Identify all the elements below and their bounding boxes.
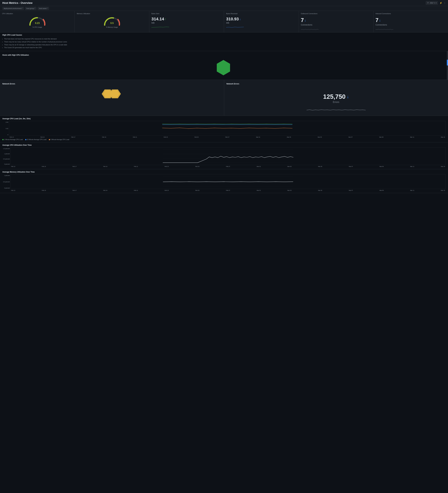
network-section: Network Errors Network Errors 125,750 ↓ … xyxy=(0,80,448,116)
legend-5min: 5 Minute Average CPU Load xyxy=(49,139,69,140)
avg-cpu-util-title: Average CPU Utilization Over Time xyxy=(2,144,446,146)
network-errors-left-title: Network Errors xyxy=(2,81,222,86)
avg-cpu-util-chart-svg xyxy=(11,147,446,165)
outbound-metric: 7 ↓ Connections xyxy=(301,16,371,31)
avg-cpu-util-x-ticks: Feb 13 Feb 15 Feb 17 Feb 19 Feb 21 Feb 2… xyxy=(11,166,446,167)
bytes-sent-card: Bytes Sent 314.14 ↑ MB xyxy=(149,11,224,32)
high-cpu-main: Hosts with High CPU Utilization xyxy=(0,51,447,80)
filters-bar: deployment.environment * host.group * ho… xyxy=(0,6,448,11)
avg-cpu-util-y-axis: 1.5 percent 1 percent 0.5 percent 0 perc… xyxy=(2,147,10,166)
filter-deployment-env[interactable]: deployment.environment * xyxy=(2,7,24,10)
inbound-connections-card: Inbound Connections 7 ↓ Connections xyxy=(373,11,448,32)
avg-cpu-util-chart-wrapper: 1.5 percent 1 percent 0.5 percent 0 perc… xyxy=(11,147,446,166)
chevron-down-icon: ▾ xyxy=(436,2,437,4)
outbound-arrow: ↓ xyxy=(305,18,306,22)
svg-text:0.23: 0.23 xyxy=(35,22,40,24)
network-errors-arrow: ↓ xyxy=(347,94,349,99)
bytes-received-label: Bytes Received xyxy=(226,13,296,14)
memory-utilization-card: Memory Utilization 0.5 0 100 % Memory Us… xyxy=(75,11,149,32)
time-range-value: -30d xyxy=(429,2,433,4)
header-controls: ⏱ -30d ↻ ▾ ⚡ ⋮ xyxy=(426,1,446,5)
cpu-causes-title: High CPU Load Causes xyxy=(0,33,448,37)
memory-gauge-svg: 0.5 0 100 xyxy=(103,16,121,26)
cpu-causes-list: The host does not have the required CPU … xyxy=(0,37,448,51)
bytes-sent-arrow: ↑ xyxy=(165,17,166,21)
list-item: The Guest OS generates too much load for… xyxy=(4,46,446,49)
list-item: The host does not have the required CPU … xyxy=(4,37,446,40)
list-item: There may be too many virtual CPUs relat… xyxy=(4,40,446,43)
outbound-connections-card: Outbound Connections 7 ↓ Connections xyxy=(299,11,373,32)
filter-host-name[interactable]: host.name * xyxy=(38,7,49,10)
network-errors-value: 125,750 ↓ xyxy=(227,93,446,100)
avg-cpu-load-y-axis: 0.04 0.02 0 xyxy=(2,121,8,136)
cpu-utilization-card: CPU Utilization 0.23 0 100 % CPU Usage xyxy=(0,11,75,32)
network-errors-display: 125,750 ↓ Errors xyxy=(227,86,446,114)
legend-1min: 1 Minute Average CPU Load xyxy=(2,139,23,140)
network-errors-unit: Errors xyxy=(227,101,446,103)
high-cpu-title: Hosts with High CPU Utilization xyxy=(2,53,445,57)
bytes-sent-value: 314.14 ↑ xyxy=(151,17,166,22)
bytes-received-card: Bytes Received 310.93 ↓ MB xyxy=(224,11,298,32)
cpu-label: CPU Utilization xyxy=(2,13,72,14)
legend-1min-dot xyxy=(2,139,3,140)
avg-cpu-load-title: Average CPU Load (1m, 5m, 15m) xyxy=(2,118,446,120)
avg-cpu-load-legend: 1 Minute Average CPU Load 15 Minute Aver… xyxy=(2,139,446,140)
memory-sub-label: % Memory Usage xyxy=(106,26,118,28)
metrics-row: CPU Utilization 0.23 0 100 % CPU Usage M… xyxy=(0,11,448,33)
legend-15min-dot xyxy=(25,139,26,140)
bytes-sent-label: Bytes Sent xyxy=(151,13,222,14)
inbound-sparkline xyxy=(376,28,393,31)
bytes-received-value: 310.93 ↓ xyxy=(226,17,241,22)
avg-cpu-load-x-ticks: Feb 13 Feb 15 Feb 17 Feb 19 Feb 21 Feb 2… xyxy=(9,136,446,138)
high-cpu-hexagon xyxy=(217,60,230,75)
memory-gauge: 0.5 0 100 % Memory Usage xyxy=(77,16,147,29)
cpu-gauge-svg: 0.23 0 100 xyxy=(29,16,46,26)
filter-host-group[interactable]: host.group * xyxy=(25,7,36,10)
page-title: Host Metrics - Overview xyxy=(2,1,33,5)
network-errors-left-panel: Network Errors xyxy=(0,80,224,116)
avg-mem-util-x-ticks: Feb 13 Feb 15 Feb 17 Feb 19 Feb 21 Feb 2… xyxy=(11,190,446,191)
avg-mem-util-chart-wrapper: 1 percent 0.5 percent 0 percent xyxy=(11,174,446,189)
cpu-sub-label: % CPU Usage xyxy=(33,26,42,28)
time-range-control[interactable]: ⏱ -30d ↻ ▾ xyxy=(426,1,438,5)
avg-mem-util-title: Average Memory Utilization Over Time xyxy=(2,171,446,173)
inbound-value: 7 ↓ xyxy=(376,17,446,23)
outbound-unit: Connections xyxy=(301,24,371,26)
scrollbar[interactable] xyxy=(447,51,448,80)
network-errors-sparkline xyxy=(227,106,446,112)
avg-mem-util-y-axis: 1 percent 0.5 percent 0 percent xyxy=(2,174,10,189)
bytes-received-metric: 310.93 ↓ MB xyxy=(226,16,296,28)
avg-cpu-load-chart-wrapper: 0.04 0.02 0 xyxy=(9,121,446,136)
scrollbar-thumb xyxy=(447,60,448,66)
filter-icon[interactable]: ⚡ xyxy=(440,2,442,4)
inbound-label: Inbound Connections xyxy=(376,13,446,14)
bytes-received-arrow: ↓ xyxy=(239,17,241,21)
network-errors-right-title: Network Errors xyxy=(227,81,446,86)
bytes-sent-metric: 314.14 ↑ MB xyxy=(151,16,222,28)
bytes-sent-unit: MB xyxy=(151,22,154,24)
hex-svg xyxy=(97,89,127,106)
hex-container xyxy=(2,86,222,109)
legend-1min-label: 1 Minute Average CPU Load xyxy=(4,139,23,140)
clock-icon: ⏱ xyxy=(427,2,429,4)
legend-15min: 15 Minute Average CPU Load xyxy=(25,139,46,140)
refresh-icon: ↻ xyxy=(434,2,435,4)
inbound-arrow: ↓ xyxy=(379,18,381,22)
high-cpu-section: Hosts with High CPU Utilization xyxy=(0,51,448,80)
avg-cpu-util-section: Average CPU Utilization Over Time 1.5 pe… xyxy=(0,142,448,169)
bytes-received-sparkline xyxy=(226,25,244,28)
avg-mem-util-section: Average Memory Utilization Over Time 1 p… xyxy=(0,169,448,193)
inbound-unit: Connections xyxy=(376,24,446,26)
avg-cpu-load-section: Average CPU Load (1m, 5m, 15m) 0.04 0.02… xyxy=(0,116,448,142)
legend-5min-dot xyxy=(49,139,50,140)
list-item: There may be an IO storage or networking… xyxy=(4,43,446,46)
inbound-metric: 7 ↓ Connections xyxy=(376,16,446,31)
avg-cpu-load-chart-svg xyxy=(9,121,446,136)
bytes-received-unit: MB xyxy=(226,22,229,24)
network-errors-right-panel: Network Errors 125,750 ↓ Errors xyxy=(224,80,448,116)
menu-icon[interactable]: ⋮ xyxy=(444,2,446,4)
cpu-gauge: 0.23 0 100 % CPU Usage xyxy=(2,16,72,29)
memory-label: Memory Utilization xyxy=(77,13,147,14)
avg-mem-util-chart-svg xyxy=(11,174,446,189)
cpu-causes-section: High CPU Load Causes The host does not h… xyxy=(0,33,448,51)
